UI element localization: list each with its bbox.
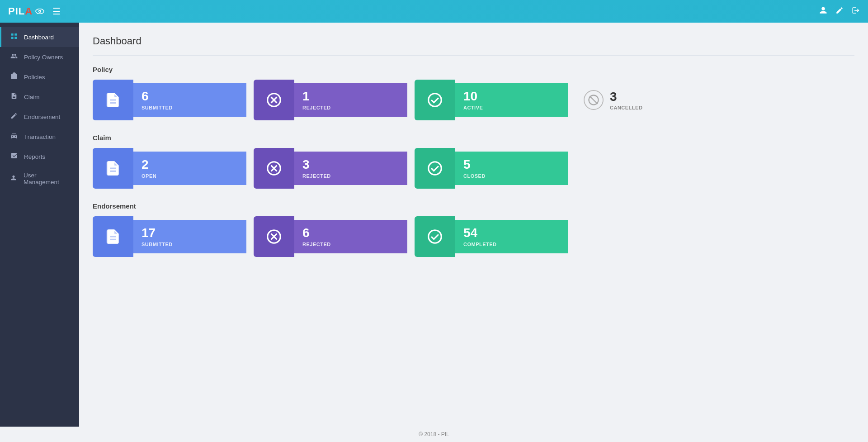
endorsement-submitted-values: 17 SUBMITTED xyxy=(133,220,246,253)
claim-rejected-values: 3 REJECTED xyxy=(294,152,407,185)
sidebar-item-label: Policy Owners xyxy=(24,54,63,61)
policy-active-number: 10 xyxy=(463,90,560,104)
check-circle-icon xyxy=(426,91,443,109)
divider xyxy=(93,55,854,56)
policy-section: Policy 6 SUBMITTED xyxy=(93,66,854,120)
cancelled-text-area: 3 CANCELLED xyxy=(610,90,642,110)
svg-rect-4 xyxy=(14,33,17,36)
sidebar-item-transaction[interactable]: Transaction xyxy=(0,127,79,147)
policy-rejected-card[interactable]: 1 REJECTED xyxy=(254,80,407,120)
svg-line-12 xyxy=(590,96,598,104)
sidebar-item-label: Dashboard xyxy=(24,34,54,41)
page-title: Dashboard xyxy=(93,35,854,47)
svg-point-16 xyxy=(429,162,442,175)
claim-closed-values: 5 CLOSED xyxy=(455,152,568,185)
endorsement-section-title: Endorsement xyxy=(93,202,854,210)
svg-point-20 xyxy=(429,230,442,243)
sidebar-item-user-management[interactable]: User Management xyxy=(0,166,79,191)
endorsement-completed-number: 54 xyxy=(463,226,560,240)
claim-cards-row: 2 OPEN 3 REJECTED xyxy=(93,148,854,189)
navbar: PILA ☰ xyxy=(0,0,868,23)
logout-icon[interactable] xyxy=(852,6,860,17)
endorsement-section: Endorsement 17 SUBMITTED xyxy=(93,202,854,257)
claim-open-values: 2 OPEN xyxy=(133,152,246,185)
policies-icon xyxy=(9,72,19,81)
claim-open-card[interactable]: 2 OPEN xyxy=(93,148,246,189)
check-circle-icon xyxy=(426,228,443,245)
claim-open-number: 2 xyxy=(142,158,238,172)
claim-rejected-label: REJECTED xyxy=(302,173,399,179)
endorsement-completed-card[interactable]: 54 COMPLETED xyxy=(415,216,568,257)
sidebar-item-label: User Management xyxy=(24,172,71,185)
logo-eye-icon xyxy=(35,9,44,14)
sidebar-item-label: Endorsement xyxy=(24,114,60,120)
policy-submitted-label: SUBMITTED xyxy=(142,105,238,110)
main-content: Dashboard Policy 6 SUBMITTED xyxy=(79,23,868,427)
endorsement-completed-values: 54 COMPLETED xyxy=(455,220,568,253)
policy-active-values: 10 ACTIVE xyxy=(455,83,568,117)
hamburger-button[interactable]: ☰ xyxy=(52,6,61,17)
x-circle-icon xyxy=(265,228,283,245)
cancelled-number: 3 xyxy=(610,90,642,104)
logo: PILA xyxy=(8,5,44,17)
endorsement-submitted-card[interactable]: 17 SUBMITTED xyxy=(93,216,246,257)
svg-rect-3 xyxy=(11,33,14,36)
policy-submitted-icon-area xyxy=(93,80,133,120)
policy-rejected-label: REJECTED xyxy=(302,105,399,110)
claim-closed-card[interactable]: 5 CLOSED xyxy=(415,148,568,189)
sidebar-item-label: Policies xyxy=(24,74,45,81)
endorsement-submitted-icon-area xyxy=(93,216,133,257)
doc-icon xyxy=(104,91,122,109)
x-circle-icon xyxy=(265,91,283,109)
policy-active-card[interactable]: 10 ACTIVE xyxy=(415,80,568,120)
sidebar-item-reports[interactable]: Reports xyxy=(0,147,79,166)
policy-submitted-values: 6 SUBMITTED xyxy=(133,83,246,117)
claim-rejected-number: 3 xyxy=(302,158,399,172)
endorsement-rejected-card[interactable]: 6 REJECTED xyxy=(254,216,407,257)
policy-cancelled-card[interactable]: 3 CANCELLED xyxy=(576,85,648,115)
endorsement-submitted-number: 17 xyxy=(142,226,238,240)
endorsement-rejected-label: REJECTED xyxy=(302,242,399,247)
claim-closed-label: CLOSED xyxy=(463,173,560,179)
layout: Dashboard Policy Owners Policies Claim E… xyxy=(0,23,868,427)
logo-accent: A xyxy=(25,5,33,17)
navbar-left: PILA ☰ xyxy=(8,5,61,17)
endorsement-rejected-number: 6 xyxy=(302,226,399,240)
sidebar-item-policy-owners[interactable]: Policy Owners xyxy=(0,47,79,67)
edit-icon[interactable] xyxy=(835,6,844,17)
sidebar-item-dashboard[interactable]: Dashboard xyxy=(0,27,79,47)
policy-cards-row: 6 SUBMITTED 1 REJECTE xyxy=(93,80,854,120)
endorsement-icon xyxy=(9,112,19,121)
endorsement-completed-label: COMPLETED xyxy=(463,242,560,247)
cancelled-label: CANCELLED xyxy=(610,105,642,110)
policy-submitted-card[interactable]: 6 SUBMITTED xyxy=(93,80,246,120)
policy-owners-icon xyxy=(9,52,19,62)
claim-section-title: Claim xyxy=(93,134,854,142)
transaction-icon xyxy=(9,132,19,141)
copyright-text: © 2018 - PIL xyxy=(419,431,449,437)
claim-rejected-card[interactable]: 3 REJECTED xyxy=(254,148,407,189)
logo-text: PILA xyxy=(8,5,33,17)
endorsement-cards-row: 17 SUBMITTED 6 REJECTED xyxy=(93,216,854,257)
sidebar: Dashboard Policy Owners Policies Claim E… xyxy=(0,23,79,427)
sidebar-item-label: Claim xyxy=(24,94,40,100)
sidebar-item-claim[interactable]: Claim xyxy=(0,87,79,107)
endorsement-rejected-values: 6 REJECTED xyxy=(294,220,407,253)
sidebar-item-label: Reports xyxy=(24,153,45,160)
sidebar-item-label: Transaction xyxy=(24,133,56,140)
endorsement-submitted-label: SUBMITTED xyxy=(142,242,238,247)
sidebar-item-endorsement[interactable]: Endorsement xyxy=(0,107,79,127)
endorsement-rejected-icon-area xyxy=(254,216,294,257)
x-circle-icon xyxy=(265,160,283,177)
sidebar-item-policies[interactable]: Policies xyxy=(0,67,79,87)
claim-open-label: OPEN xyxy=(142,173,238,179)
navbar-right xyxy=(819,6,860,17)
policy-section-title: Policy xyxy=(93,66,854,73)
policy-submitted-number: 6 xyxy=(142,90,238,104)
svg-point-2 xyxy=(39,11,40,12)
user-icon[interactable] xyxy=(819,6,827,17)
claim-closed-number: 5 xyxy=(463,158,560,172)
doc-icon xyxy=(104,160,122,177)
policy-rejected-values: 1 REJECTED xyxy=(294,83,407,117)
claim-closed-icon-area xyxy=(415,148,455,189)
